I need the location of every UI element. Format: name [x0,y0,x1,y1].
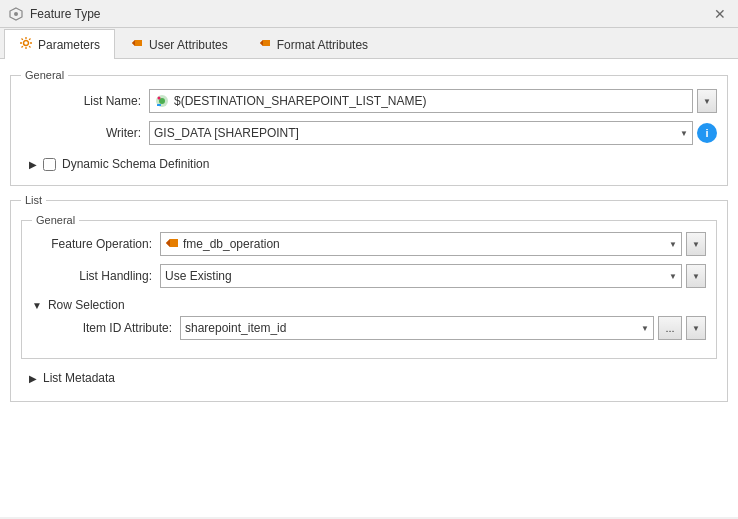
tabs-bar: Parameters User Attributes Format Attrib… [0,28,738,59]
general-section: General List Name: $(DESTINATION_SHAREPO… [10,69,728,186]
row-selection-block: ▼ Row Selection Item ID Attribute: share… [32,296,706,340]
item-id-row: Item ID Attribute: sharepoint_item_id ▼ … [32,316,706,340]
app-icon [8,6,24,22]
list-name-dropdown-btn[interactable]: ▼ [697,89,717,113]
list-name-control: $(DESTINATION_SHAREPOINT_LIST_NAME) ▼ [149,89,717,113]
feature-op-icon [165,236,179,253]
svg-marker-6 [260,40,263,46]
writer-label: Writer: [21,126,141,140]
tab-parameters[interactable]: Parameters [4,29,115,59]
item-id-arrow-icon: ▼ [641,324,649,333]
list-metadata-row: ▶ List Metadata [21,365,717,391]
item-id-dropdown-btn[interactable]: ▼ [686,316,706,340]
feature-operation-value: fme_db_operation [183,237,669,251]
list-metadata-expand-icon[interactable]: ▶ [29,373,37,384]
item-id-select[interactable]: sharepoint_item_id ▼ [180,316,654,340]
svg-point-9 [158,97,161,100]
dropdown-arrow-icon: ▼ [703,97,711,106]
list-handling-dropdown-icon: ▼ [692,272,700,281]
title-bar: Feature Type ✕ [0,0,738,28]
tab-format-attributes[interactable]: Format Attributes [243,29,383,59]
list-general-subsection: General Feature Operation: fme_db_operat… [21,214,717,359]
feature-op-arrow-icon: ▼ [669,240,677,249]
row-selection-label: Row Selection [48,298,125,312]
svg-rect-10 [157,104,161,106]
list-name-param-icon [154,93,170,109]
dynamic-schema-expand-icon[interactable]: ▶ [29,159,37,170]
svg-marker-4 [132,40,135,46]
list-general-legend: General [32,214,79,226]
close-button[interactable]: ✕ [710,6,730,22]
dynamic-schema-row: ▶ Dynamic Schema Definition [21,153,717,175]
row-selection-header: ▼ Row Selection [32,296,706,316]
item-id-value: sharepoint_item_id [185,321,641,335]
list-name-label: List Name: [21,94,141,108]
format-attr-icon [258,36,272,53]
list-name-input[interactable]: $(DESTINATION_SHAREPOINT_LIST_NAME) [149,89,693,113]
gear-icon [19,36,33,53]
content-area: General List Name: $(DESTINATION_SHAREPO… [0,59,738,517]
tab-user-attributes-label: User Attributes [149,38,228,52]
list-handling-dropdown-btn[interactable]: ▼ [686,264,706,288]
feature-operation-dropdown-btn[interactable]: ▼ [686,232,706,256]
item-id-dropdown-icon: ▼ [692,324,700,333]
feature-operation-row: Feature Operation: fme_db_operation ▼ [32,232,706,256]
dynamic-schema-label: Dynamic Schema Definition [62,157,209,171]
tab-parameters-label: Parameters [38,38,100,52]
list-metadata-label: List Metadata [43,371,115,385]
list-section: List General Feature Operation: fme_db [10,194,728,402]
writer-control: GIS_DATA [SHAREPOINT] ▼ i [149,121,717,145]
item-id-control: sharepoint_item_id ▼ ... ▼ [180,316,706,340]
writer-value: GIS_DATA [SHAREPOINT] [154,126,680,140]
tab-format-attributes-label: Format Attributes [277,38,368,52]
feature-operation-select[interactable]: fme_db_operation ▼ [160,232,682,256]
list-handling-arrow-icon: ▼ [669,272,677,281]
general-section-legend: General [21,69,68,81]
svg-marker-12 [166,239,170,247]
item-id-browse-button[interactable]: ... [658,316,682,340]
writer-select[interactable]: GIS_DATA [SHAREPOINT] ▼ [149,121,693,145]
list-handling-control: Use Existing ▼ ▼ [160,264,706,288]
window-title: Feature Type [30,7,101,21]
list-section-legend: List [21,194,46,206]
row-selection-expand-icon[interactable]: ▼ [32,300,42,311]
list-handling-row: List Handling: Use Existing ▼ ▼ [32,264,706,288]
writer-row: Writer: GIS_DATA [SHAREPOINT] ▼ i [21,121,717,145]
list-handling-label: List Handling: [32,269,152,283]
feature-op-dropdown-icon: ▼ [692,240,700,249]
tab-user-attributes[interactable]: User Attributes [115,29,243,59]
writer-info-button[interactable]: i [697,123,717,143]
feature-operation-control: fme_db_operation ▼ ▼ [160,232,706,256]
list-handling-select[interactable]: Use Existing ▼ [160,264,682,288]
list-handling-value: Use Existing [165,269,669,283]
svg-point-1 [14,12,18,16]
user-attr-icon [130,36,144,53]
item-id-label: Item ID Attribute: [52,321,172,335]
svg-point-2 [24,41,29,46]
dynamic-schema-checkbox[interactable] [43,158,56,171]
writer-dropdown-arrow-icon: ▼ [680,129,688,138]
list-name-row: List Name: $(DESTINATION_SHAREPOINT_LIST… [21,89,717,113]
feature-operation-label: Feature Operation: [32,237,152,251]
list-name-value: $(DESTINATION_SHAREPOINT_LIST_NAME) [174,94,688,108]
